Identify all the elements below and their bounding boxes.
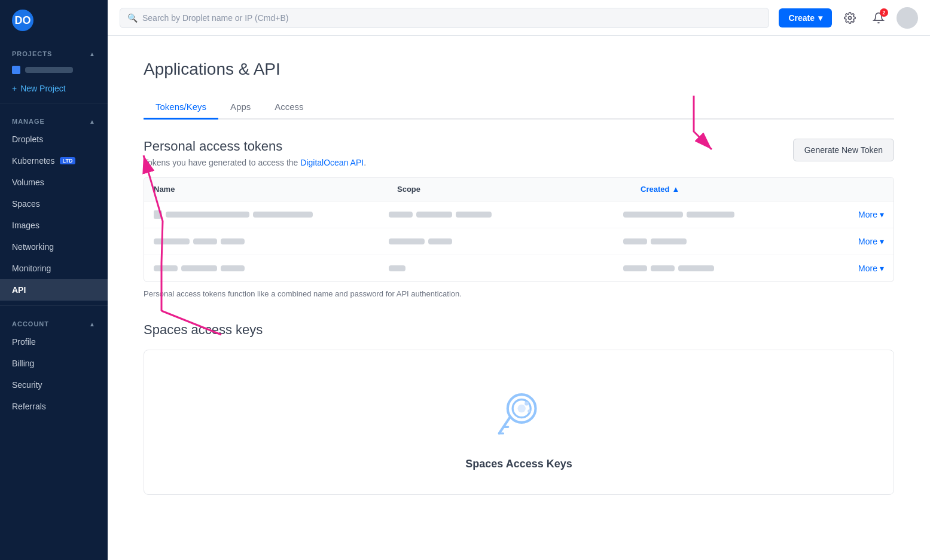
topbar: 🔍 Search by Droplet name or IP (Cmd+B) C…	[108, 0, 930, 36]
table-col-created[interactable]: Created ▲	[641, 185, 884, 194]
sidebar-item-kubernetes[interactable]: Kubernetes LTD	[0, 150, 108, 172]
sidebar-item-referrals[interactable]: Referrals	[0, 396, 108, 417]
projects-section-label: PROJECTS ▲	[0, 41, 108, 61]
digitalocean-api-link[interactable]: DigitalOcean API	[300, 158, 364, 167]
sidebar: DO PROJECTS ▲ + New Project MANAGE ▲ Dro…	[0, 0, 108, 560]
settings-button[interactable]	[839, 7, 861, 29]
svg-point-10	[525, 402, 529, 406]
token-row-1-name	[154, 210, 389, 219]
token-row-2-scope	[389, 238, 624, 244]
projects-chevron-icon: ▲	[89, 51, 96, 57]
sidebar-item-billing[interactable]: Billing	[0, 353, 108, 374]
token-row-1-actions: More ▾	[858, 210, 884, 219]
token-row-3-created	[623, 265, 858, 271]
kubernetes-badge: LTD	[60, 157, 76, 164]
avatar[interactable]	[897, 7, 918, 29]
sidebar-divider-2	[0, 305, 108, 306]
sidebar-item-spaces[interactable]: Spaces	[0, 193, 108, 215]
notifications-button[interactable]: 2	[868, 7, 889, 29]
token-name-placeholder-2	[253, 212, 313, 218]
sidebar-item-api[interactable]: API	[0, 279, 108, 301]
token-color-indicator	[154, 210, 162, 219]
create-button[interactable]: Create ▾	[779, 8, 832, 27]
sidebar-item-images[interactable]: Images	[0, 215, 108, 236]
notification-count: 2	[880, 8, 888, 17]
table-row: More ▾	[144, 228, 894, 255]
spaces-section-title: Spaces access keys	[144, 322, 894, 338]
personal-tokens-header: Personal access tokens Tokens you have g…	[144, 139, 894, 167]
token-row-2-created	[623, 238, 858, 244]
main-tabs: Tokens/Keys Apps Access	[144, 96, 894, 120]
content-area: Applications & API Tokens/Keys Apps Acce…	[108, 36, 930, 560]
sidebar-item-monitoring[interactable]: Monitoring	[0, 258, 108, 279]
token-row-1-scope	[389, 212, 624, 218]
tab-access[interactable]: Access	[263, 96, 315, 120]
personal-tokens-title: Personal access tokens	[144, 139, 366, 154]
table-note: Personal access tokens function like a c…	[144, 289, 894, 298]
search-placeholder-text: Search by Droplet name or IP (Cmd+B)	[142, 13, 288, 23]
sidebar-item-droplets[interactable]: Droplets	[0, 128, 108, 150]
token-row-2-actions: More ▾	[858, 237, 884, 246]
plus-icon: +	[12, 84, 17, 93]
generate-new-token-button[interactable]: Generate New Token	[793, 139, 894, 161]
svg-point-0	[849, 16, 852, 19]
table-col-scope: Scope	[397, 185, 641, 194]
settings-icon	[844, 12, 856, 24]
topbar-actions: Create ▾ 2	[779, 7, 918, 29]
page-title: Applications & API	[144, 60, 894, 79]
account-section-label: ACCOUNT ▲	[0, 311, 108, 331]
project-item[interactable]	[0, 61, 108, 79]
sort-asc-icon: ▲	[672, 185, 679, 194]
search-icon: 🔍	[127, 13, 138, 23]
svg-point-11	[527, 409, 530, 412]
token-row-3-actions: More ▾	[858, 264, 884, 273]
table-header: Name Scope Created ▲	[144, 178, 894, 201]
token-row-2-more-button[interactable]: More ▾	[858, 237, 884, 246]
sidebar-item-networking[interactable]: Networking	[0, 236, 108, 258]
sidebar-item-security[interactable]: Security	[0, 374, 108, 396]
token-row-1-created	[623, 212, 858, 218]
project-name-placeholder	[25, 67, 73, 73]
personal-tokens-subtitle: Tokens you have generated to access the …	[144, 158, 366, 167]
tab-tokens-keys[interactable]: Tokens/Keys	[144, 96, 218, 120]
token-table: Name Scope Created ▲	[144, 177, 894, 282]
sidebar-logo: DO	[0, 0, 108, 41]
account-chevron-icon: ▲	[89, 321, 96, 328]
tab-apps[interactable]: Apps	[218, 96, 263, 120]
manage-section-label: MANAGE ▲	[0, 108, 108, 128]
personal-tokens-info: Personal access tokens Tokens you have g…	[144, 139, 366, 167]
token-row-1-more-button[interactable]: More ▾	[858, 210, 884, 219]
table-row: More ▾	[144, 255, 894, 281]
chevron-down-icon: ▾	[880, 237, 884, 246]
spaces-access-keys-title: Spaces Access Keys	[465, 458, 572, 470]
project-color-dot	[12, 66, 20, 74]
sidebar-item-profile[interactable]: Profile	[0, 331, 108, 353]
svg-line-6	[499, 417, 510, 434]
token-row-3-name	[154, 265, 389, 271]
table-col-name: Name	[154, 185, 397, 194]
search-bar[interactable]: 🔍 Search by Droplet name or IP (Cmd+B)	[120, 8, 769, 28]
main-area: 🔍 Search by Droplet name or IP (Cmd+B) C…	[108, 0, 930, 560]
table-row: More ▾	[144, 201, 894, 228]
token-row-3-more-button[interactable]: More ▾	[858, 264, 884, 273]
sidebar-item-volumes[interactable]: Volumes	[0, 172, 108, 193]
new-project-button[interactable]: + New Project	[0, 79, 108, 98]
spaces-key-icon	[489, 386, 549, 446]
token-row-3-scope	[389, 265, 624, 271]
sidebar-divider	[0, 103, 108, 103]
chevron-down-icon: ▾	[880, 264, 884, 273]
svg-point-9	[517, 405, 525, 412]
chevron-down-icon: ▾	[818, 13, 822, 23]
logo-icon: DO	[12, 10, 33, 31]
token-row-2-name	[154, 238, 389, 244]
manage-chevron-icon: ▲	[89, 118, 96, 125]
spaces-card: Spaces Access Keys	[144, 350, 894, 495]
chevron-down-icon: ▾	[880, 210, 884, 219]
token-name-placeholder	[166, 212, 249, 218]
